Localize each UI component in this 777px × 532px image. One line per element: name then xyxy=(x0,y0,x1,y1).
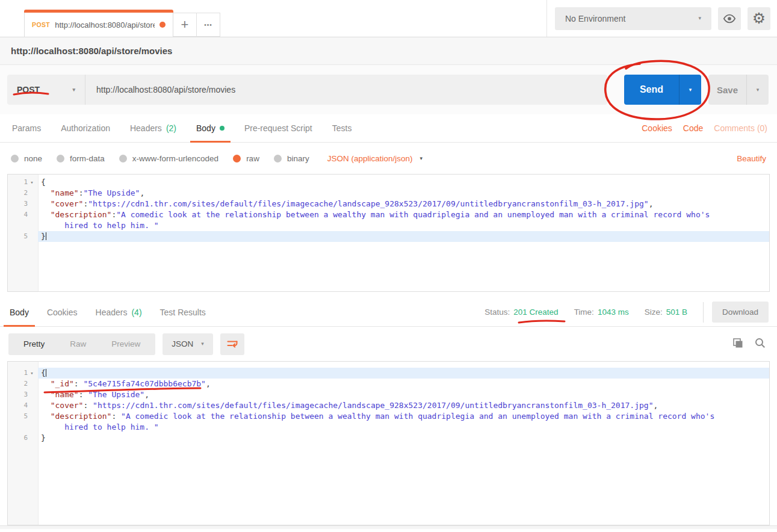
open-request-tab[interactable]: POST http://localhost:8080/api/store/ xyxy=(24,13,173,37)
response-body-editor[interactable]: 1▾{2 "_id": "5c4e715fa74c07dbbb6ecb7b",3… xyxy=(7,361,770,525)
line-number: 3 xyxy=(23,389,28,400)
response-format-value: JSON xyxy=(172,339,193,348)
request-tab-body[interactable]: Body xyxy=(196,114,224,142)
environment-quick-look-button[interactable] xyxy=(718,7,741,30)
code-line[interactable]: 2 "_id": "5c4e715fa74c07dbbb6ecb7b", xyxy=(8,379,769,389)
body-mode-none[interactable]: none xyxy=(11,154,42,163)
line-gutter: 2 xyxy=(8,379,38,389)
search-response-button[interactable] xyxy=(754,337,766,351)
body-mode-raw[interactable]: raw xyxy=(233,154,259,163)
request-tab-strip: POST http://localhost:8080/api/store/ + … xyxy=(0,0,220,37)
chevron-down-icon: ▾ xyxy=(757,87,760,93)
save-options-caret[interactable]: ▾ xyxy=(746,75,769,105)
code-line[interactable]: 1▾{ xyxy=(8,368,769,379)
status-value: 201 Created xyxy=(513,308,558,317)
gear-icon: ⚙ xyxy=(752,11,766,26)
tab-label: Pre-request Script xyxy=(244,123,312,133)
line-number: 4 xyxy=(23,209,28,220)
download-button[interactable]: Download xyxy=(712,302,769,323)
view-mode-pretty[interactable]: Pretty xyxy=(11,339,57,348)
radio-icon xyxy=(11,155,19,162)
send-options-caret[interactable]: ▾ xyxy=(679,75,701,105)
new-tab-button[interactable]: + xyxy=(173,13,197,37)
request-links: CookiesCodeComments (0) xyxy=(642,123,767,133)
response-meta: Status: 201 Created Time: 1043 ms Size: … xyxy=(484,302,769,323)
environment-selector[interactable]: No Environment ▾ xyxy=(555,7,711,30)
request-link-comments-0[interactable]: Comments (0) xyxy=(714,123,767,133)
code-text: } xyxy=(38,433,769,444)
wrap-lines-button[interactable] xyxy=(220,333,244,355)
environment-area: No Environment ▾ ⚙ xyxy=(546,0,777,37)
tab-label: Authorization xyxy=(61,123,110,133)
body-mode-binary[interactable]: binary xyxy=(274,154,309,163)
code-text: "description":"A comedic look at the rel… xyxy=(38,209,769,220)
code-line[interactable]: 5 "description": "A comedic look at the … xyxy=(8,411,769,422)
request-tab-authorization[interactable]: Authorization xyxy=(61,114,110,142)
request-url-input[interactable]: http://localhost:8080/api/store/movies xyxy=(85,75,607,105)
content-type-selector[interactable]: JSON (application/json) ▾ xyxy=(327,154,423,163)
beautify-link[interactable]: Beautify xyxy=(737,154,766,163)
response-toolbar: PrettyRawPreview JSON ▾ xyxy=(0,327,777,361)
copy-icon xyxy=(732,337,744,349)
response-toolbar-right xyxy=(732,337,766,351)
code-line[interactable]: 2 "name":"The Upside", xyxy=(8,188,769,199)
request-link-code[interactable]: Code xyxy=(683,123,703,133)
line-gutter: 1▾ xyxy=(8,177,38,188)
body-mode-form-data[interactable]: form-data xyxy=(57,154,105,163)
fold-caret-icon[interactable]: ▾ xyxy=(29,177,35,188)
response-tab-headers[interactable]: Headers(4) xyxy=(96,298,142,326)
status-label: Status: xyxy=(484,308,510,317)
environment-selector-label: No Environment xyxy=(565,14,625,23)
code-line[interactable]: 1▾{ xyxy=(8,177,769,188)
text-cursor xyxy=(46,369,46,377)
view-mode-preview[interactable]: Preview xyxy=(99,339,153,348)
text-cursor xyxy=(46,232,46,240)
tab-label: Headers xyxy=(130,123,162,133)
code-line[interactable]: 3 "cover":"https://cdn1.thr.com/sites/de… xyxy=(8,199,769,209)
save-button[interactable]: Save ▾ xyxy=(708,75,769,105)
request-tab-headers[interactable]: Headers(2) xyxy=(130,114,176,142)
save-button-label: Save xyxy=(708,75,746,105)
view-mode-raw[interactable]: Raw xyxy=(57,339,99,348)
body-mode-row: noneform-datax-www-form-urlencodedrawbin… xyxy=(0,143,777,174)
response-tabs: BodyCookiesHeaders(4)Test Results xyxy=(10,298,206,326)
eye-icon xyxy=(723,12,736,25)
request-tab-pre-request-script[interactable]: Pre-request Script xyxy=(244,114,312,142)
line-number: 4 xyxy=(23,400,28,411)
chevron-down-icon: ▾ xyxy=(698,16,701,21)
code-line[interactable]: hired to help him. " xyxy=(8,422,769,433)
tab-url-label: http://localhost:8080/api/store/ xyxy=(55,20,155,29)
request-link-cookies[interactable]: Cookies xyxy=(642,123,672,133)
code-line[interactable]: 4 "description":"A comedic look at the r… xyxy=(8,209,769,220)
line-number: 3 xyxy=(23,199,28,209)
request-tab-params[interactable]: Params xyxy=(12,114,41,142)
chevron-down-icon: ▾ xyxy=(689,87,692,93)
code-text: hired to help him. " xyxy=(38,422,769,433)
response-tab-cookies[interactable]: Cookies xyxy=(47,298,78,326)
fold-caret-icon[interactable]: ▾ xyxy=(29,368,35,379)
code-line[interactable]: 4 "cover": "https://cdn1.thr.com/sites/d… xyxy=(8,400,769,411)
settings-button[interactable]: ⚙ xyxy=(748,7,770,30)
request-title: http://localhost:8080/api/store/movies xyxy=(0,37,777,65)
code-text: { xyxy=(38,177,769,188)
request-body-editor[interactable]: 1▾{2 "name":"The Upside",3 "cover":"http… xyxy=(7,174,770,292)
request-tab-tests[interactable]: Tests xyxy=(332,114,352,142)
line-number: 6 xyxy=(23,433,28,444)
code-line[interactable]: 5} xyxy=(8,231,769,242)
body-mode-label: raw xyxy=(246,154,259,163)
code-line[interactable]: 3 "name": "The Upside", xyxy=(8,389,769,400)
code-line[interactable]: 6} xyxy=(8,433,769,444)
body-mode-label: x-www-form-urlencoded xyxy=(132,154,218,163)
request-url-value: http://localhost:8080/api/store/movies xyxy=(96,85,235,94)
code-line[interactable]: hired to help him. " xyxy=(8,220,769,231)
response-tab-body[interactable]: Body xyxy=(10,298,29,326)
send-button[interactable]: Send ▾ xyxy=(624,75,701,105)
body-mode-x-www-form-urlencoded[interactable]: x-www-form-urlencoded xyxy=(119,154,218,163)
line-number: 1 xyxy=(23,368,28,379)
tab-options-button[interactable]: ••• xyxy=(197,13,220,37)
response-tab-test-results[interactable]: Test Results xyxy=(160,298,206,326)
response-format-selector[interactable]: JSON ▾ xyxy=(163,333,213,355)
divider xyxy=(703,302,704,323)
http-method-selector[interactable]: POST ▾ xyxy=(7,75,85,105)
copy-response-button[interactable] xyxy=(732,337,744,351)
